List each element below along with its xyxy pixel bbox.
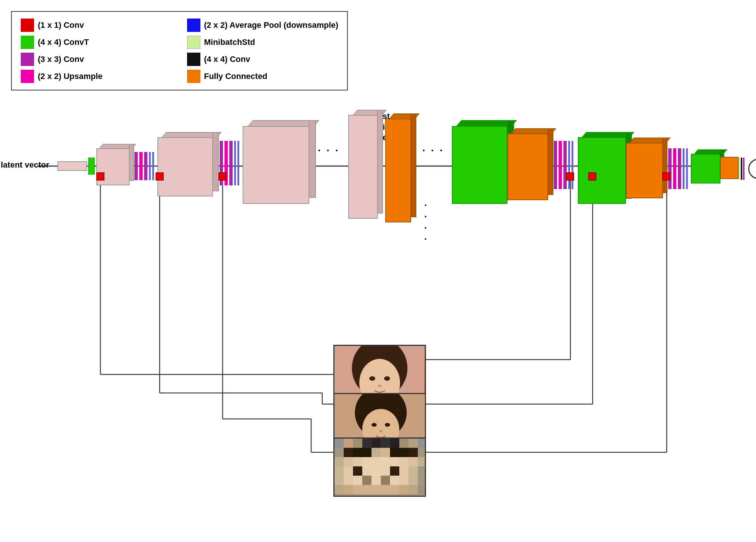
svg-rect-99 (418, 485, 426, 494)
legend-item-4x4conv: (4 x 4) Conv (187, 53, 339, 66)
legend-item-avgpool: (2 x 2) Average Pool (downsample) (187, 19, 339, 32)
svg-rect-61 (344, 457, 353, 466)
svg-rect-91 (344, 485, 353, 494)
svg-rect-47 (399, 439, 409, 448)
dots-gen: · · · (318, 145, 340, 156)
svg-rect-83 (362, 476, 372, 485)
legend-label-avgpool: (2 x 2) Average Pool (downsample) (204, 20, 339, 30)
disc-block2-orange-side (662, 138, 667, 193)
svg-rect-58 (409, 448, 418, 457)
svg-rect-80 (334, 476, 344, 485)
red-sq-disc1 (566, 172, 574, 181)
legend-item-convt: (4 x 4) ConvT (21, 36, 172, 49)
svg-rect-66 (390, 457, 399, 466)
disc-block1-orange-side (547, 128, 553, 195)
svg-rect-54 (372, 448, 381, 457)
svg-rect-67 (399, 457, 409, 466)
svg-rect-71 (344, 466, 353, 476)
gen-stripes1 (134, 152, 157, 180)
svg-rect-76 (390, 466, 399, 476)
svg-rect-44 (372, 439, 381, 448)
highest-res-orange-side (410, 113, 416, 217)
svg-rect-45 (381, 439, 390, 448)
legend-label-minibatch: MinibatchStd (204, 37, 255, 47)
svg-point-28 (377, 384, 382, 387)
legend-label-upsample: (2 x 2) Upsample (38, 72, 103, 81)
svg-rect-46 (390, 439, 399, 448)
disc-block2-orange (626, 143, 663, 198)
svg-rect-92 (353, 485, 362, 494)
svg-rect-88 (409, 476, 418, 485)
svg-rect-55 (381, 448, 390, 457)
svg-point-27 (384, 376, 390, 381)
disc-block1-orange (507, 133, 548, 200)
red-sq-gen3 (219, 172, 227, 181)
svg-rect-51 (344, 448, 353, 457)
gen-block2-front (157, 137, 213, 196)
svg-rect-64 (372, 457, 381, 466)
legend: (1 x 1) Conv (2 x 2) Average Pool (downs… (11, 11, 348, 90)
legend-label-3x3conv: (3 x 3) Conv (38, 54, 84, 64)
legend-swatch-1x1conv (21, 19, 34, 32)
disc-block1-green (452, 126, 507, 204)
svg-rect-94 (372, 485, 381, 494)
svg-rect-49 (418, 439, 426, 448)
svg-rect-72 (353, 466, 362, 476)
svg-rect-50 (334, 448, 344, 457)
svg-rect-82 (353, 476, 362, 485)
disc-stripes2 (668, 148, 690, 189)
svg-rect-96 (390, 485, 399, 494)
svg-rect-65 (381, 457, 390, 466)
svg-rect-98 (409, 485, 418, 494)
svg-rect-89 (418, 476, 426, 485)
dots-vertical1: · · · · (420, 204, 431, 244)
svg-rect-60 (334, 457, 344, 466)
highest-res-block-front (348, 115, 378, 219)
svg-rect-56 (390, 448, 399, 457)
red-sq-disc3 (662, 172, 670, 181)
legend-item-3x3conv: (3 x 3) Conv (21, 53, 172, 66)
latent-vector-bar (57, 161, 87, 171)
gen-block1-side (129, 144, 134, 181)
svg-rect-41 (344, 439, 353, 448)
svg-rect-78 (409, 466, 418, 476)
legend-swatch-avgpool (187, 19, 200, 32)
svg-rect-62 (353, 457, 362, 466)
svg-rect-70 (334, 466, 344, 476)
legend-swatch-fc (187, 70, 200, 83)
disc-block2-green (578, 137, 626, 204)
svg-rect-79 (418, 466, 426, 476)
legend-item-minibatch: MinibatchStd (187, 36, 339, 49)
latent-vector-label: latent vector (1, 160, 49, 170)
highest-res-block-side (377, 110, 383, 214)
gen-1x1conv-1 (88, 158, 95, 175)
red-sq-gen1 (96, 172, 104, 181)
legend-item-upsample: (2 x 2) Upsample (21, 70, 172, 83)
svg-point-35 (385, 423, 390, 427)
legend-swatch-4x4conv (187, 53, 200, 66)
svg-rect-73 (362, 466, 372, 476)
svg-rect-87 (399, 476, 409, 485)
svg-rect-77 (399, 466, 409, 476)
disc-end-strips (739, 158, 746, 180)
svg-rect-63 (362, 457, 372, 466)
svg-rect-57 (399, 448, 409, 457)
svg-point-34 (372, 423, 377, 427)
svg-rect-86 (390, 476, 399, 485)
svg-point-36 (379, 430, 383, 432)
disc-final-green (691, 154, 720, 184)
red-sq-disc2 (588, 172, 596, 181)
legend-item-1x1conv: (1 x 1) Conv (21, 19, 172, 32)
svg-rect-85 (381, 476, 390, 485)
legend-swatch-minibatch (187, 36, 200, 49)
red-sq-gen2 (156, 172, 164, 181)
svg-rect-68 (409, 457, 418, 466)
svg-rect-48 (409, 439, 418, 448)
legend-item-fc: Fully Connected (187, 70, 339, 83)
diagram: latent vector · · · highest resolution s… (0, 100, 756, 541)
disc-final-orange (720, 157, 739, 179)
svg-rect-40 (334, 439, 344, 448)
legend-label-4x4conv: (4 x 4) Conv (204, 54, 250, 64)
svg-rect-52 (353, 448, 362, 457)
svg-rect-93 (362, 485, 372, 494)
